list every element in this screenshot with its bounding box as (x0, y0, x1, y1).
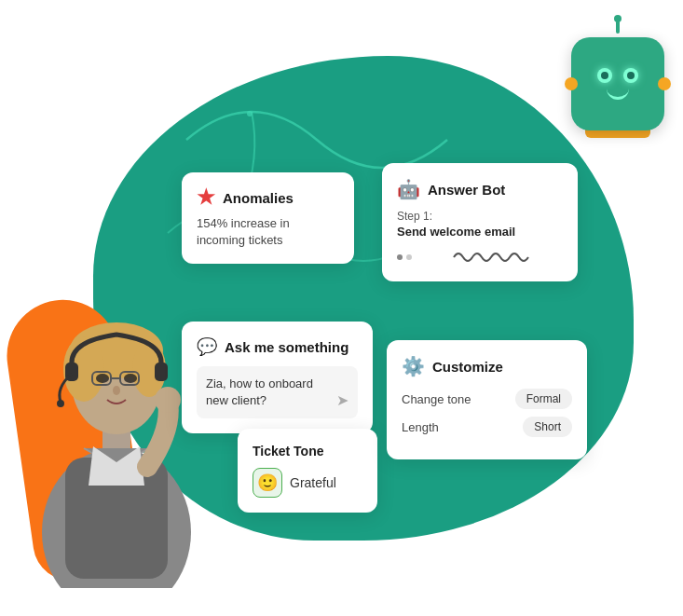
svg-point-9 (96, 374, 109, 383)
customize-length-label: Length (402, 420, 439, 434)
answerbot-card-header: 🤖 Answer Bot (397, 178, 563, 200)
ask-input-text: Zia, how to onboard new client? (206, 376, 331, 409)
robot-body (571, 37, 664, 130)
svg-point-10 (124, 374, 137, 383)
star-icon: ★ (197, 187, 215, 208)
answerbot-card: 🤖 Answer Bot Step 1: Send welcome email (382, 163, 578, 281)
robot-character (562, 28, 674, 140)
robot-eye-left (597, 68, 612, 83)
tone-emoji: 🙂 (253, 468, 282, 498)
answerbot-step-text: Send welcome email (397, 225, 563, 239)
anomalies-card-title: ★ Anomalies (197, 187, 339, 208)
ticket-tone-card: Ticket Tone 🙂 Grateful (238, 429, 377, 513)
anomalies-card: ★ Anomalies 154% increase in incoming ti… (182, 172, 354, 264)
ask-card: 💬 Ask me something Zia, how to onboard n… (182, 322, 373, 433)
question-bubble-icon: 💬 (197, 336, 217, 357)
customize-card-header: ⚙️ Customize (402, 355, 572, 377)
bot-icon: 🤖 (397, 178, 420, 200)
customize-row-tone: Change tone Formal (402, 389, 572, 409)
ticket-tone-title: Ticket Tone (253, 444, 362, 459)
main-scene: ★ Anomalies 154% increase in incoming ti… (0, 0, 683, 616)
robot-antenna (616, 21, 620, 34)
robot-eyes (597, 68, 638, 83)
svg-point-14 (113, 386, 120, 395)
customize-row-length: Length Short (402, 417, 572, 437)
customize-tone-value[interactable]: Formal (515, 389, 572, 409)
robot-smile (607, 89, 629, 100)
tone-value: Grateful (290, 475, 336, 490)
customize-length-value[interactable]: Short (523, 417, 572, 437)
ask-input-area[interactable]: Zia, how to onboard new client? ➤ (197, 366, 358, 418)
robot-ear-right (658, 77, 671, 90)
anomalies-stat-text: 154% increase in incoming tickets (197, 215, 339, 249)
svg-point-19 (155, 387, 181, 413)
robot-ear-left (565, 77, 578, 90)
answerbot-step-label: Step 1: (397, 210, 563, 223)
robot-eye-right (623, 68, 638, 83)
answerbot-progress-area (397, 248, 563, 267)
progress-dot-1 (397, 254, 403, 260)
wave-visualization (419, 248, 563, 267)
robot-base (585, 123, 650, 138)
customize-card: ⚙️ Customize Change tone Formal Length S… (387, 340, 587, 459)
customize-tone-label: Change tone (402, 392, 471, 406)
svg-rect-16 (155, 363, 168, 381)
ask-card-header: 💬 Ask me something (197, 336, 358, 357)
svg-point-17 (57, 400, 64, 407)
send-icon: ➤ (336, 391, 348, 409)
tone-display: 🙂 Grateful (253, 468, 362, 498)
progress-dot-2 (406, 254, 412, 260)
progress-dots (397, 254, 412, 260)
robot-face (597, 68, 638, 100)
gear-icon: ⚙️ (402, 355, 425, 377)
